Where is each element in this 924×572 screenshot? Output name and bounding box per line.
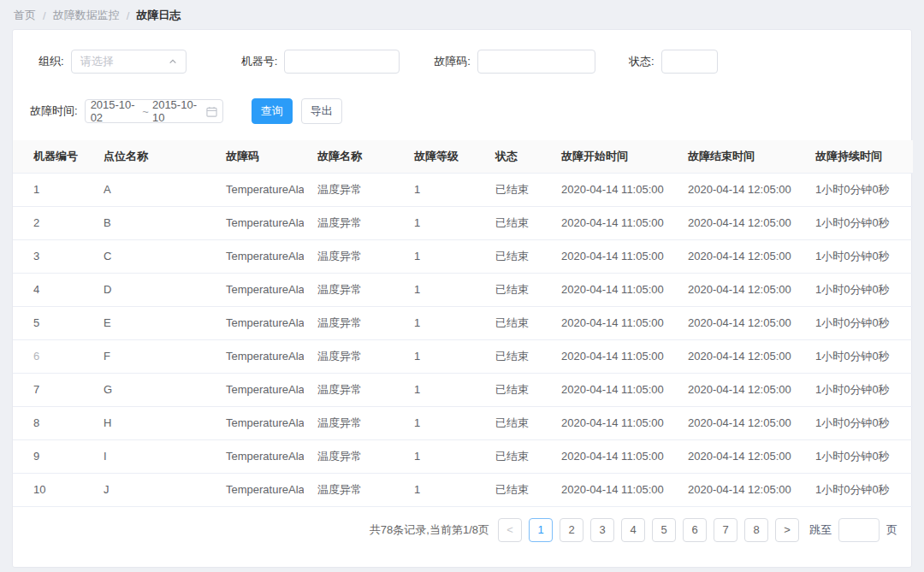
column-header: 点位名称: [90, 140, 212, 173]
table-cell: G: [90, 373, 212, 406]
table-cell: 1小时0分钟0秒: [802, 473, 913, 506]
table-cell: 2020-04-14 11:05:00: [548, 173, 674, 206]
jump-page-suffix: 页: [886, 522, 897, 538]
table-cell: TemperatureAlarm: [212, 306, 304, 339]
table-cell: 6: [13, 339, 90, 373]
table-cell: 已结束: [482, 206, 548, 239]
table-header-row: 机器编号点位名称故障码故障名称故障等级状态故障开始时间故障结束时间故障持续时间: [13, 140, 913, 173]
fault-code-input[interactable]: [477, 50, 595, 74]
page-button-7[interactable]: 7: [714, 518, 737, 542]
table-cell: 温度异常: [304, 273, 400, 306]
export-button[interactable]: 导出: [301, 98, 342, 124]
table-cell: TemperatureAlarm: [212, 239, 304, 273]
chevron-up-icon: [169, 57, 177, 66]
table-body: 1ATemperatureAlarm温度异常1已结束2020-04-14 11:…: [13, 173, 913, 506]
table-cell: 2020-04-14 12:05:00: [674, 306, 802, 339]
table-cell: 温度异常: [304, 173, 400, 206]
table-cell: 2020-04-14 12:05:00: [674, 406, 802, 439]
table-cell: 1: [400, 173, 482, 206]
page-button-3[interactable]: 3: [590, 518, 614, 542]
table-cell: 2020-04-14 12:05:00: [674, 439, 802, 473]
table-cell: 温度异常: [304, 339, 400, 373]
table-cell: I: [90, 439, 212, 473]
table-cell: 2020-04-14 12:05:00: [674, 173, 802, 206]
search-button[interactable]: 查询: [252, 98, 293, 124]
column-header: 故障持续时间: [802, 140, 913, 173]
breadcrumb-item[interactable]: 首页: [14, 8, 36, 23]
table-cell: 1小时0分钟0秒: [802, 339, 913, 373]
column-header: 故障码: [212, 140, 304, 173]
machine-no-label: 机器号:: [241, 54, 278, 69]
table-cell: 1: [400, 273, 482, 306]
fault-time-end: 2015-10-10: [152, 98, 201, 124]
column-header: 故障开始时间: [548, 140, 674, 173]
breadcrumb-item: 故障日志: [136, 8, 181, 23]
status-label: 状态:: [629, 54, 654, 69]
table-cell: 1小时0分钟0秒: [802, 206, 913, 239]
page-button-2[interactable]: 2: [560, 518, 583, 542]
column-header: 状态: [482, 140, 548, 173]
org-select[interactable]: 请选择: [71, 50, 187, 74]
table-cell: 已结束: [482, 173, 548, 206]
table-cell: 1: [400, 373, 482, 406]
table-cell: 已结束: [482, 406, 548, 439]
fault-time-range-picker[interactable]: 2015-10-02 ~ 2015-10-10: [85, 99, 223, 123]
table-cell: E: [90, 306, 212, 339]
table-cell: 1小时0分钟0秒: [802, 273, 913, 306]
table-row: 3CTemperatureAlarm温度异常1已结束2020-04-14 11:…: [13, 239, 913, 273]
table-cell: 1小时0分钟0秒: [802, 239, 913, 273]
table-cell: C: [90, 239, 212, 273]
table-row: 1ATemperatureAlarm温度异常1已结束2020-04-14 11:…: [13, 173, 913, 206]
table-cell: 3: [13, 239, 90, 273]
breadcrumb-separator: /: [127, 9, 130, 22]
table-cell: 已结束: [482, 273, 548, 306]
table-cell: 8: [13, 406, 90, 439]
table-cell: 已结束: [482, 373, 548, 406]
table-cell: 已结束: [482, 339, 548, 373]
table-cell: 已结束: [482, 239, 548, 273]
table-cell: TemperatureAlarm: [212, 373, 304, 406]
column-header: 故障结束时间: [674, 140, 802, 173]
table-cell: 1: [400, 206, 482, 239]
table-cell: 1小时0分钟0秒: [802, 173, 913, 206]
table-cell: 2020-04-14 12:05:00: [674, 473, 802, 506]
table-cell: 2020-04-14 12:05:00: [674, 339, 802, 373]
table-header: 机器编号点位名称故障码故障名称故障等级状态故障开始时间故障结束时间故障持续时间: [13, 140, 913, 173]
table-row: 8HTemperatureAlarm温度异常1已结束2020-04-14 11:…: [13, 406, 913, 439]
breadcrumb: 首页/故障数据监控/故障日志: [0, 0, 924, 23]
page-button-1[interactable]: 1: [529, 518, 553, 542]
table-cell: TemperatureAlarm: [212, 206, 304, 239]
filter-row-top: 组织: 请选择 机器号: 故障码: 状态:: [13, 30, 911, 74]
table-cell: 2020-04-14 12:05:00: [674, 206, 802, 239]
page-button-6[interactable]: 6: [683, 518, 707, 542]
table-row: 2BTemperatureAlarm温度异常1已结束2020-04-14 11:…: [13, 206, 913, 239]
table-cell: D: [90, 273, 212, 306]
table-cell: 温度异常: [304, 306, 400, 339]
table-cell: 1: [400, 439, 482, 473]
table-cell: 2020-04-14 11:05:00: [548, 439, 674, 473]
table-row: 6FTemperatureAlarm温度异常1已结束2020-04-14 11:…: [13, 339, 913, 373]
table-cell: 7: [13, 373, 90, 406]
table-cell: 温度异常: [304, 439, 400, 473]
table-cell: 1: [400, 339, 482, 373]
table-cell: 2020-04-14 11:05:00: [548, 239, 674, 273]
machine-no-input[interactable]: [284, 50, 400, 74]
breadcrumb-item[interactable]: 故障数据监控: [53, 8, 120, 23]
column-header: 故障名称: [304, 140, 400, 173]
page-button-5[interactable]: 5: [652, 518, 676, 542]
column-header: 机器编号: [13, 140, 90, 173]
status-input[interactable]: [661, 50, 718, 74]
page-button-4[interactable]: 4: [621, 518, 645, 542]
page-button-8[interactable]: 8: [744, 518, 768, 542]
next-page-button[interactable]: >: [775, 518, 799, 542]
fault-time-start: 2015-10-02: [91, 98, 139, 124]
table-cell: 温度异常: [304, 373, 400, 406]
pagination: 共78条记录,当前第1/8页 < 12345678 > 跳至 页: [13, 507, 911, 542]
breadcrumb-separator: /: [43, 9, 46, 22]
jump-to-page-input[interactable]: [838, 518, 880, 542]
table-cell: 2020-04-14 11:05:00: [548, 339, 674, 373]
table-cell: 10: [13, 473, 90, 506]
table-row: 5ETemperatureAlarm温度异常1已结束2020-04-14 11:…: [13, 306, 913, 339]
prev-page-button[interactable]: <: [498, 518, 522, 542]
table-cell: 已结束: [482, 473, 548, 506]
